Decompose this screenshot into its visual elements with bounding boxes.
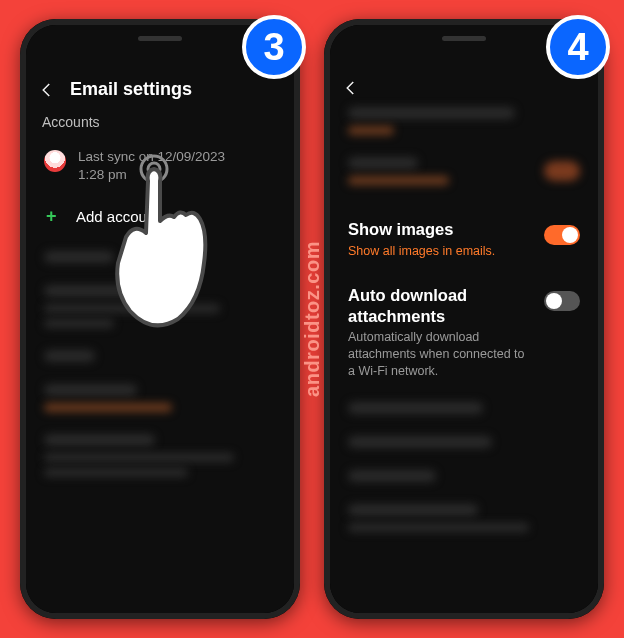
plus-icon: +	[46, 206, 62, 227]
step-badge-3: 3	[242, 15, 306, 79]
screen-header: Email settings	[26, 73, 294, 106]
account-sync-text: Last sync on 12/09/2023 1:28 pm	[78, 148, 225, 184]
phone-frame-right: Show images Show all images in emails. A…	[324, 19, 604, 619]
toggle-show-images[interactable]	[544, 225, 580, 245]
avatar	[44, 150, 66, 172]
step-badge-4: 4	[546, 15, 610, 79]
section-accounts: Accounts	[26, 106, 294, 132]
account-row[interactable]: Last sync on 12/09/2023 1:28 pm	[26, 132, 294, 194]
setting-subtitle: Automatically download attachments when …	[348, 329, 532, 380]
setting-subtitle: Show all images in emails.	[348, 243, 532, 259]
setting-show-images[interactable]: Show images Show all images in emails.	[330, 209, 598, 275]
blurred-top-rows	[330, 103, 598, 209]
watermark: androidtoz.com	[301, 241, 324, 397]
phone-frame-left: Email settings Accounts Last sync on 12/…	[20, 19, 300, 619]
phone-screen-right: Show images Show all images in emails. A…	[330, 25, 598, 613]
screen-header	[330, 73, 598, 103]
blurred-bottom-rows	[330, 396, 598, 560]
add-account-row[interactable]: + Add account	[26, 194, 294, 245]
phone-screen-left: Email settings Accounts Last sync on 12/…	[26, 25, 294, 613]
page-title: Email settings	[70, 79, 192, 100]
setting-title: Auto download attachments	[348, 285, 532, 326]
back-icon[interactable]	[38, 81, 56, 99]
setting-auto-download[interactable]: Auto download attachments Automatically …	[330, 275, 598, 396]
setting-title: Show images	[348, 219, 532, 240]
toggle-auto-download[interactable]	[544, 291, 580, 311]
blurred-settings-list	[26, 245, 294, 505]
add-account-label: Add account	[76, 208, 159, 225]
back-icon[interactable]	[342, 79, 360, 97]
